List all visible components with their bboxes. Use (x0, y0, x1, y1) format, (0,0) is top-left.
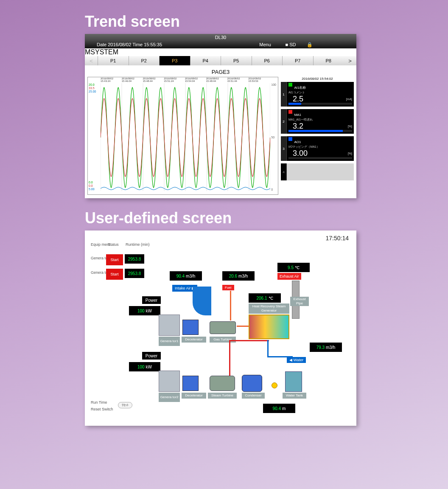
tab-p2[interactable]: P2 (129, 56, 160, 65)
label-water-tank: Water Tank (283, 393, 306, 399)
decelerator-2-graphic (182, 376, 199, 391)
tab-p7[interactable]: P7 (282, 56, 313, 65)
tab-p8[interactable]: P8 (313, 56, 344, 65)
label-steam-turbine: Steam Turbine (208, 393, 237, 399)
card-name: AO1 (294, 140, 301, 144)
gen2-start-button[interactable]: Start (106, 269, 123, 280)
value-hrsg-temp: 206.1℃ (249, 293, 281, 303)
brand-logo: MSYSTEM (85, 48, 356, 56)
card-value: 3.2 (293, 122, 352, 131)
reset-button[interactable]: ﾘｾｯﾄ (118, 402, 132, 408)
card-bar (288, 103, 352, 105)
y-scale-top: 20.0 33.5 25.00 (89, 83, 96, 93)
tab-p5[interactable]: P5 (221, 56, 252, 65)
topbar: DL30 Date 2016/08/02 Time 15:55:35 Menu … (85, 34, 356, 48)
steam-turbine-graphic (210, 376, 235, 391)
channel-card-3[interactable]: 3 AO1I/Oマッピング（MA1）3.00[%] (281, 136, 354, 161)
channel-card-4[interactable]: 4 (281, 163, 354, 180)
card-index: 1 (281, 82, 287, 107)
uds-window: 17:50:14 Equip ment Status Runtime (min)… (85, 230, 356, 426)
condenser-graphic (242, 375, 262, 392)
device-name: DL30 (85, 34, 356, 41)
tab-p3[interactable]: P3 (159, 56, 190, 65)
label-condenser: Condenser (242, 393, 265, 399)
side-panel: 2016/08/02 15:54:02 1 AI1名称AI1コメント2.5[mA… (281, 77, 354, 195)
label-reset-switch: Reset Switch (91, 407, 113, 411)
value-exhaust-temp: 9.5℃ (277, 263, 310, 272)
trend-chart[interactable]: 2016/08/02 15:43:24 2016/08/02 15:46:04 … (87, 77, 278, 195)
card-subtitle: AI1コメント (288, 90, 352, 95)
water-line-h (267, 356, 293, 357)
value-power-1: 100kW (129, 306, 160, 315)
tab-next-icon[interactable]: > (344, 58, 356, 64)
uds-time: 17:50:14 (326, 235, 349, 242)
generator-2-graphic (159, 371, 180, 392)
hdr-equipment: Equip ment (91, 242, 110, 247)
intake-pipe-graphic (193, 287, 211, 315)
gen1-start-button[interactable]: Start (106, 254, 123, 265)
gas-turbine-graphic (210, 321, 236, 334)
label-exhaust-pipe: Exhoust Pipe (290, 297, 309, 306)
value-power-2: 100kW (129, 362, 160, 371)
water-line-v (267, 340, 269, 357)
hdr-runtime: Runtime (min) (126, 242, 150, 247)
label-run-time: Run Time (91, 400, 107, 405)
channel-card-2[interactable]: 2 MA1MA1_AI1一時遅れ3.2[%] (281, 109, 354, 134)
chart-time-labels: 2016/08/02 15:43:24 2016/08/02 15:46:04 … (101, 77, 269, 82)
lock-icon: 🔒 (301, 42, 318, 48)
fuel-line (230, 291, 231, 320)
card-unit: [%] (348, 152, 352, 155)
water-tank-graphic (285, 371, 302, 392)
channel-card-1[interactable]: 1 AI1名称AI1コメント2.5[mA] (281, 82, 354, 107)
datetime: Date 2016/08/02 Time 15:55:35 (85, 42, 174, 47)
value-intake-flow: 90.4m3/h (170, 271, 202, 281)
trend-window: DL30 Date 2016/08/02 Time 15:55:35 Menu … (85, 34, 356, 198)
tab-p1[interactable]: P1 (98, 56, 129, 65)
page-title: PAGE3 (87, 69, 354, 75)
label-hrsg: Heat Recovery Steam Generator (249, 304, 289, 314)
card-index: 3 (281, 136, 287, 161)
steam-line-h (229, 340, 269, 341)
tab-prev-icon[interactable]: < (85, 58, 98, 64)
y-scale-bottom: 0.0 0.0 5.00 (89, 181, 95, 191)
value-fuel-flow: 20.6m3/h (222, 271, 255, 281)
card-bar (288, 157, 352, 159)
card-value: 3.00 (293, 149, 352, 158)
card-value: 2.5 (293, 95, 352, 104)
hrsg-graphic (249, 315, 289, 339)
gen1-runtime: 2953.8 (125, 254, 144, 264)
label-gen2: Genera tor2 (159, 393, 180, 402)
label-power-1: Power (142, 296, 161, 304)
label-decel-1: Decelerator (182, 337, 206, 343)
card-subtitle: MA1_AI1一時遅れ (288, 118, 352, 122)
label-exhaust-air: Exhaust Air (277, 273, 301, 280)
generator-1-graphic (159, 315, 180, 336)
card-unit: [%] (348, 125, 352, 128)
menu-button[interactable]: Menu (250, 42, 280, 47)
value-water-flow: 79.3m3/h (310, 343, 342, 352)
sd-indicator: ■ SD (280, 42, 301, 47)
pump-graphic (272, 382, 277, 388)
label-gen1: Genera tor1 (159, 337, 180, 346)
card-name: MA1 (294, 113, 301, 117)
label-water: ◀ Water (287, 357, 306, 363)
tab-p6[interactable]: P6 (252, 56, 283, 65)
label-power-2: Power (142, 352, 161, 360)
gt-to-hrsg-line (237, 326, 249, 327)
section-title-uds: User-defined screen (85, 209, 448, 227)
label-gas-turbine: Gas Turbine (210, 337, 236, 343)
label-fuel: Fuel (222, 285, 234, 290)
card-index: 4 (281, 163, 287, 180)
card-index: 2 (281, 109, 287, 134)
card-bar (288, 130, 352, 132)
tab-p4[interactable]: P4 (190, 56, 221, 65)
color-swatch (288, 110, 292, 114)
card-unit: [mA] (346, 98, 352, 101)
hdr-status: Status (108, 242, 119, 247)
section-title-trend: Trend screen (85, 13, 448, 31)
color-swatch (288, 137, 292, 141)
value-tank-level: 90.4m (263, 404, 295, 413)
gen2-runtime: 2953.8 (125, 269, 144, 278)
waveform-svg (101, 83, 270, 191)
side-timestamp: 2016/08/02 15:54:02 (281, 77, 354, 81)
